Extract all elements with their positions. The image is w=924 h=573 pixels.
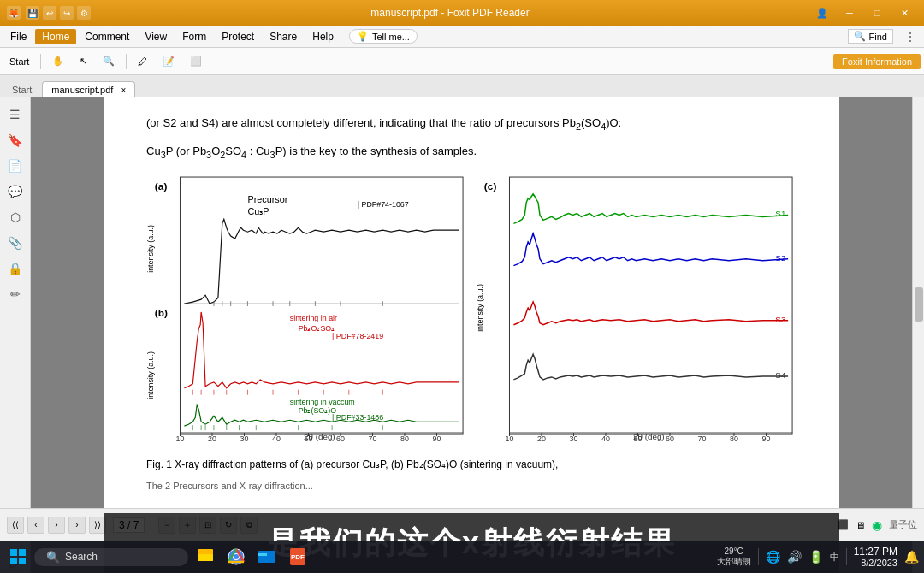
prev-page-btn[interactable]: ‹ xyxy=(27,517,44,534)
wechat-icon[interactable]: ◉ xyxy=(872,518,882,532)
chart-left-panel: (a) intensity (a.u.) Precursor Cu₃P | PD… xyxy=(146,171,467,448)
svg-rect-92 xyxy=(19,549,26,556)
svg-text:Pb₃O₂SO₄: Pb₃O₂SO₄ xyxy=(299,323,335,332)
svg-text:40: 40 xyxy=(272,434,281,443)
menu-file[interactable]: File xyxy=(3,29,33,44)
svg-text:intensity (a.u.): intensity (a.u.) xyxy=(476,284,484,332)
menu-more-btn[interactable]: ⋮ xyxy=(900,27,921,47)
taskbar-explorer[interactable] xyxy=(192,543,219,570)
scrollbar[interactable] xyxy=(912,97,924,573)
taskbar-files[interactable] xyxy=(253,543,281,570)
menu-view[interactable]: View xyxy=(138,29,174,44)
menu-help[interactable]: Help xyxy=(305,29,341,44)
windows-search-bar[interactable]: 🔍 Search xyxy=(34,548,188,566)
page-navigation: ⟨⟨ ‹ › › ⟩⟩ xyxy=(7,517,106,534)
undo-icon[interactable]: ↩ xyxy=(43,6,56,20)
find-box[interactable]: 🔍 Find xyxy=(848,29,893,44)
svg-text:(a): (a) xyxy=(155,180,168,192)
svg-text:PDF: PDF xyxy=(291,553,305,561)
menu-form[interactable]: Form xyxy=(175,29,213,44)
toolbar-highlight[interactable]: 🖊 xyxy=(132,54,153,69)
foxit-info-button[interactable]: Foxit Information xyxy=(833,54,921,69)
menu-comment[interactable]: Comment xyxy=(78,29,136,44)
svg-text:70: 70 xyxy=(369,434,377,443)
main-area: ☰ 🔖 📄 💬 ⬡ 📎 🔒 ✏ ▷ (or S2 and S4) are alm… xyxy=(0,97,924,573)
svg-text:30: 30 xyxy=(570,434,578,443)
print-icon[interactable]: ⚙ xyxy=(77,6,91,20)
menu-home[interactable]: Home xyxy=(35,29,76,44)
figure-container: (a) intensity (a.u.) Precursor Cu₃P | PD… xyxy=(146,171,797,448)
chart-right-panel: (c) intensity (a.u.) S1 S2 S3 xyxy=(476,171,797,448)
svg-rect-100 xyxy=(258,551,275,563)
battery-icon[interactable]: 🔋 xyxy=(808,550,823,564)
time-display[interactable]: 11:27 PM 8/2/2023 xyxy=(854,546,897,568)
tab-close-btn[interactable]: × xyxy=(121,86,126,95)
sidebar-attach-icon[interactable]: 📎 xyxy=(5,233,26,253)
first-page-btn[interactable]: ⟨⟨ xyxy=(7,517,24,534)
svg-text:70: 70 xyxy=(698,434,707,443)
svg-text:20: 20 xyxy=(208,434,216,443)
taskbar-chrome[interactable] xyxy=(222,543,250,570)
sidebar-sign-icon[interactable]: ✏ xyxy=(5,284,26,304)
redo-icon[interactable]: ↪ xyxy=(60,6,74,20)
sidebar-hand-icon[interactable]: ☰ xyxy=(5,104,26,125)
svg-text:S3: S3 xyxy=(775,315,786,324)
windows-taskbar: 🔍 Search PDF 29°C xyxy=(0,541,924,573)
brand-label: 量子位 xyxy=(889,518,917,531)
svg-text:60: 60 xyxy=(666,434,674,443)
sidebar-security-icon[interactable]: 🔒 xyxy=(5,258,26,279)
next-page-btn[interactable]: › xyxy=(68,517,86,534)
tell-me-text: Tell me... xyxy=(372,32,410,42)
search-text: Search xyxy=(65,551,98,563)
svg-text:| PDF#74-1067: | PDF#74-1067 xyxy=(358,199,409,208)
toolbar-zoom[interactable]: 🔍 xyxy=(97,53,121,69)
sidebar-bookmark-icon[interactable]: 🔖 xyxy=(5,130,26,151)
svg-text:S4: S4 xyxy=(775,370,786,380)
menubar: File Home Comment View Form Protect Shar… xyxy=(0,26,924,48)
toolbar-select[interactable]: ↖ xyxy=(74,53,93,69)
right-menu: 🔍 Find ⋮ xyxy=(848,27,921,47)
sidebar-comment-icon[interactable]: 💬 xyxy=(5,181,26,202)
toolbar-shape[interactable]: ⬜ xyxy=(184,53,208,69)
weather-temp: 29°C xyxy=(724,546,743,556)
toolbar-note[interactable]: 📝 xyxy=(157,53,181,69)
svg-text:Precursor: Precursor xyxy=(247,193,287,204)
scroll-thumb[interactable] xyxy=(915,287,923,322)
close-btn[interactable]: ✕ xyxy=(891,4,917,21)
sidebar-layers-icon[interactable]: ⬡ xyxy=(5,207,26,227)
svg-rect-94 xyxy=(19,558,26,564)
tab-manuscript[interactable]: manuscript.pdf × xyxy=(42,81,135,97)
volume-icon[interactable]: 🔊 xyxy=(787,550,802,564)
user-btn[interactable]: 👤 xyxy=(809,4,835,21)
svg-text:sintering in air: sintering in air xyxy=(290,314,337,322)
sidebar-page-icon[interactable]: 📄 xyxy=(5,156,26,176)
svg-text:S2: S2 xyxy=(775,253,785,263)
taskbar-foxit[interactable]: PDF xyxy=(284,543,311,570)
svg-rect-93 xyxy=(10,558,17,564)
toolbar-hand[interactable]: ✋ xyxy=(46,53,70,69)
svg-text:(c): (c) xyxy=(484,180,497,192)
weather-widget[interactable]: 29°C 大部晴朗 xyxy=(717,546,751,568)
windows-start-btn[interactable] xyxy=(5,544,31,570)
notification-icon[interactable]: 🔔 xyxy=(904,550,919,564)
maximize-btn[interactable]: □ xyxy=(864,4,890,21)
menu-share[interactable]: Share xyxy=(263,29,304,44)
find-label: Find xyxy=(869,32,887,42)
save-icon[interactable]: 💾 xyxy=(26,6,39,20)
tell-me-input[interactable]: 💡 Tell me... xyxy=(349,29,418,44)
next-page-btn-left[interactable]: › xyxy=(48,517,65,534)
menu-protect[interactable]: Protect xyxy=(215,29,261,44)
minimize-btn[interactable]: ─ xyxy=(837,4,862,21)
figure-caption: Fig. 1 X-ray diffraction patterns of (a)… xyxy=(146,457,797,472)
svg-text:| PDF#78-2419: | PDF#78-2419 xyxy=(332,331,383,340)
svg-text:2θ (deg): 2θ (deg) xyxy=(304,432,335,441)
sidebar: ☰ 🔖 📄 💬 ⬡ 📎 🔒 ✏ ▷ xyxy=(0,97,31,573)
toolbar-start[interactable]: Start xyxy=(3,54,35,69)
tab-start[interactable]: Start xyxy=(3,82,40,97)
display-icon[interactable]: 🖥 xyxy=(856,520,865,530)
svg-text:intensity (a.u.): intensity (a.u.) xyxy=(146,225,155,273)
svg-point-99 xyxy=(234,554,239,559)
network-icon[interactable]: 🌐 xyxy=(766,550,780,564)
pdf-page: (or S2 and S4) are almost completely dif… xyxy=(104,97,839,573)
input-icon[interactable]: 中 xyxy=(830,551,839,564)
